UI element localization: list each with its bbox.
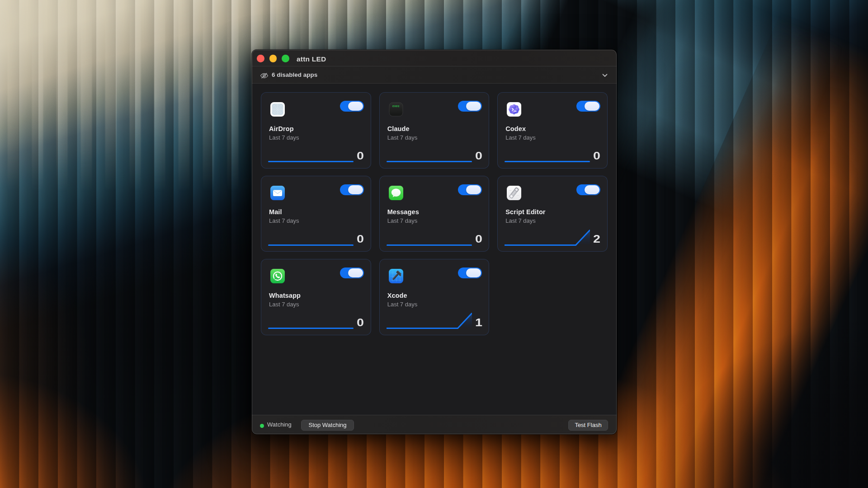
svg-text:exec: exec [392, 104, 400, 108]
